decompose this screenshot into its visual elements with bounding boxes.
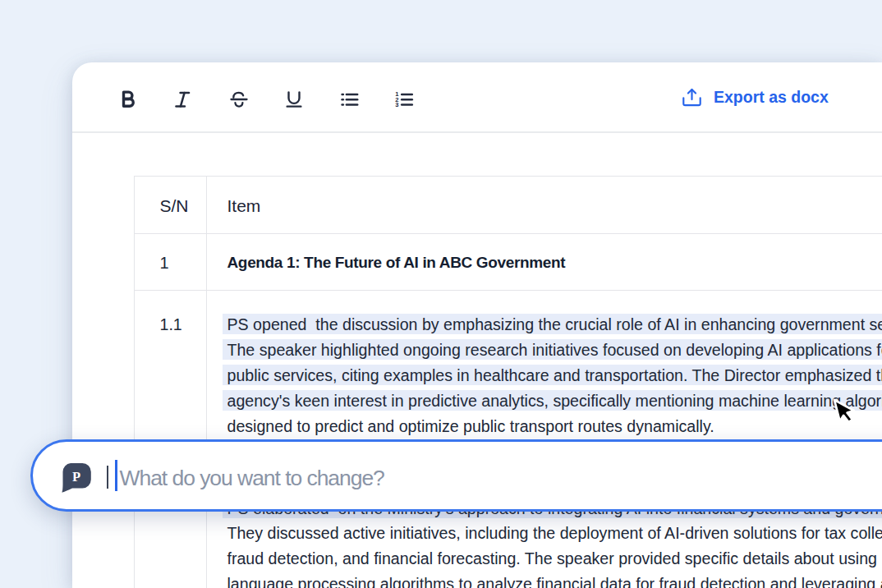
svg-text:3: 3: [395, 100, 398, 108]
svg-text:P: P: [71, 469, 80, 485]
